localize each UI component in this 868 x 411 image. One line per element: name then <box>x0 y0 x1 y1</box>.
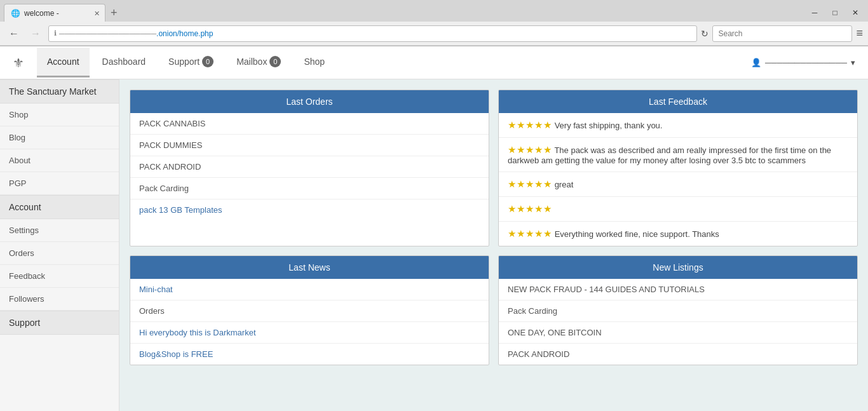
last-feedback-header: Last Feedback <box>499 90 857 113</box>
feedback-item-5: ★★★★★ Everything worked fine, nice suppo… <box>499 222 857 246</box>
nav-label-support: Support <box>168 57 200 67</box>
new-tab-button[interactable]: + <box>105 5 123 21</box>
sidebar-item-pgp[interactable]: PGP <box>0 172 119 195</box>
content-area: Last Orders PACK CANNABIS PACK DUMMIES P… <box>119 79 868 411</box>
tab-title: welcome - <box>24 9 59 18</box>
panels-row-bottom: Last News Mini-chat Orders Hi everybody … <box>130 255 858 365</box>
page-nav: ⚜ Account Dashboard Support 0 Mailbox 0 … <box>0 46 868 79</box>
last-feedback-panel: Last Feedback ★★★★★ Very fast shipping, … <box>498 90 858 246</box>
sidebar-item-blog[interactable]: Blog <box>0 126 119 149</box>
order-row-2[interactable]: PACK DUMMIES <box>130 135 489 156</box>
order-row-1[interactable]: PACK CANNABIS <box>130 113 489 135</box>
listing-row-3[interactable]: ONE DAY, ONE BITCOIN <box>499 322 857 344</box>
order-row-3[interactable]: PACK ANDROID <box>130 156 489 178</box>
user-dropdown-icon: ▾ <box>851 58 855 67</box>
last-news-panel: Last News Mini-chat Orders Hi everybody … <box>130 255 489 365</box>
url-text: ──────────────────.onion/home.php <box>59 29 213 38</box>
feedback-text-3: great <box>555 180 574 189</box>
panels-row-top: Last Orders PACK CANNABIS PACK DUMMIES P… <box>130 90 858 246</box>
sidebar-support-header: Support <box>0 311 119 335</box>
feedback-item-2: ★★★★★ The pack was as described and am r… <box>499 138 857 172</box>
close-button[interactable]: ✕ <box>846 6 864 20</box>
feedback-stars-3: ★★★★★ <box>508 179 552 189</box>
feedback-text-2: The pack was as described and am really … <box>508 145 831 165</box>
feedback-stars-4: ★★★★★ <box>508 203 552 214</box>
listing-row-2[interactable]: Pack Carding <box>499 300 857 322</box>
news-row-1[interactable]: Mini-chat <box>130 279 489 300</box>
user-menu[interactable]: 👤 ────────────── ▾ <box>751 58 855 67</box>
order-row-4[interactable]: Pack Carding <box>130 178 489 199</box>
new-listings-header: New Listings <box>499 256 857 279</box>
user-icon: 👤 <box>751 58 761 67</box>
toolbar: ← → ℹ ──────────────────.onion/home.php … <box>0 22 868 46</box>
last-orders-body: PACK CANNABIS PACK DUMMIES PACK ANDROID … <box>130 113 489 220</box>
nav-label-mailbox: Mailbox <box>236 57 267 67</box>
last-feedback-body: ★★★★★ Very fast shipping, thank you. ★★★… <box>499 113 857 246</box>
listing-row-1[interactable]: NEW PACK FRAUD - 144 GUIDES AND TUTORIAL… <box>499 279 857 300</box>
nav-label-account: Account <box>47 57 79 67</box>
lock-icon: ℹ <box>54 29 57 37</box>
menu-button[interactable]: ≡ <box>856 27 863 40</box>
last-orders-header: Last Orders <box>130 90 489 113</box>
nav-item-account[interactable]: Account <box>37 48 90 77</box>
sidebar-item-followers[interactable]: Followers <box>0 288 119 311</box>
feedback-text-5: Everything worked fine, nice support. Th… <box>555 229 719 239</box>
sidebar-item-about[interactable]: About <box>0 149 119 172</box>
user-label: ────────────── <box>765 58 847 67</box>
tab-favicon: 🌐 <box>11 9 20 18</box>
news-row-2[interactable]: Orders <box>130 300 489 322</box>
feedback-item-4: ★★★★★ <box>499 197 857 222</box>
order-row-5[interactable]: pack 13 GB Templates <box>130 199 489 220</box>
forward-button[interactable]: → <box>27 27 44 41</box>
site-logo: ⚜ <box>13 55 24 71</box>
feedback-item-3: ★★★★★ great <box>499 172 857 197</box>
sidebar-item-orders[interactable]: Orders <box>0 242 119 265</box>
nav-item-shop[interactable]: Shop <box>294 48 335 77</box>
news-row-3[interactable]: Hi everybody this is Darkmarket <box>130 322 489 344</box>
last-news-header: Last News <box>130 256 489 279</box>
mailbox-badge: 0 <box>269 56 281 67</box>
last-news-body: Mini-chat Orders Hi everybody this is Da… <box>130 279 489 365</box>
main-layout: The Sanctuary Market Shop Blog About PGP… <box>0 79 868 411</box>
last-orders-panel: Last Orders PACK CANNABIS PACK DUMMIES P… <box>130 90 489 246</box>
nav-label-shop: Shop <box>304 57 325 67</box>
nav-label-dashboard: Dashboard <box>102 57 146 67</box>
browser-chrome: 🌐 welcome - ✕ + ─ □ ✕ ← → ℹ ────────────… <box>0 0 868 46</box>
feedback-stars-1: ★★★★★ <box>508 119 552 130</box>
tab-bar: 🌐 welcome - ✕ + ─ □ ✕ <box>0 0 868 22</box>
back-button[interactable]: ← <box>5 27 23 41</box>
nav-item-support[interactable]: Support 0 <box>158 47 224 78</box>
url-bar[interactable]: ℹ ──────────────────.onion/home.php <box>48 25 697 42</box>
tab-close-button[interactable]: ✕ <box>94 9 100 17</box>
new-listings-body: NEW PACK FRAUD - 144 GUIDES AND TUTORIAL… <box>499 279 857 365</box>
maximize-button[interactable]: □ <box>826 6 844 20</box>
search-input[interactable] <box>712 25 852 42</box>
sidebar-site-header: The Sanctuary Market <box>0 79 119 104</box>
reload-button[interactable]: ↻ <box>701 29 709 39</box>
logo-icon: ⚜ <box>13 55 24 71</box>
feedback-text-1: Very fast shipping, thank you. <box>555 121 663 130</box>
browser-tab[interactable]: 🌐 welcome - ✕ <box>4 4 105 22</box>
window-controls: ─ □ ✕ <box>806 6 864 20</box>
minimize-button[interactable]: ─ <box>806 6 824 20</box>
nav-item-dashboard[interactable]: Dashboard <box>92 48 156 77</box>
sidebar-item-shop[interactable]: Shop <box>0 104 119 126</box>
new-listings-panel: New Listings NEW PACK FRAUD - 144 GUIDES… <box>498 255 858 365</box>
sidebar-item-settings[interactable]: Settings <box>0 219 119 242</box>
sidebar-item-feedback[interactable]: Feedback <box>0 265 119 288</box>
listing-row-4[interactable]: PACK ANDROID <box>499 344 857 365</box>
sidebar: The Sanctuary Market Shop Blog About PGP… <box>0 79 119 411</box>
feedback-stars-2: ★★★★★ <box>508 144 552 155</box>
feedback-stars-5: ★★★★★ <box>508 228 552 239</box>
support-badge: 0 <box>202 56 214 67</box>
nav-item-mailbox[interactable]: Mailbox 0 <box>226 47 291 78</box>
sidebar-account-header: Account <box>0 195 119 219</box>
feedback-item-1: ★★★★★ Very fast shipping, thank you. <box>499 113 857 138</box>
news-row-4[interactable]: Blog&Shop is FREE <box>130 344 489 365</box>
